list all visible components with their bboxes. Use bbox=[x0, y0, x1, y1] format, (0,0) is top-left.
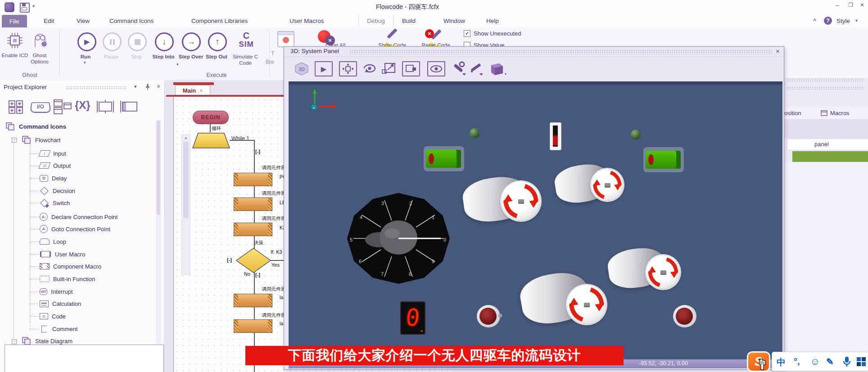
menu-file[interactable]: File bbox=[2, 15, 27, 27]
category-expression-icon[interactable]: {X} bbox=[75, 99, 90, 112]
category-grid-icon[interactable] bbox=[8, 100, 26, 114]
restore-button[interactable]: ❐ bbox=[848, 2, 853, 8]
menu-window[interactable]: Window bbox=[443, 18, 465, 24]
ime-voice-button[interactable] bbox=[842, 356, 852, 368]
tree-item-comment[interactable]: Comment bbox=[40, 324, 77, 334]
state-diagram-expander[interactable]: − bbox=[12, 339, 17, 344]
minimize-button[interactable]: – bbox=[836, 1, 839, 9]
panel-3d-viewport[interactable]: x bbox=[289, 81, 782, 359]
show-unexecuted-box[interactable]: ✓ bbox=[464, 30, 470, 37]
run-caret-icon[interactable]: ▾ bbox=[84, 60, 86, 65]
collapse-ribbon-icon[interactable]: ^ bbox=[813, 18, 816, 24]
collapse-marker[interactable]: [-] bbox=[255, 272, 260, 278]
pause-button[interactable] bbox=[103, 32, 122, 51]
flow-component-macro-1[interactable] bbox=[234, 173, 272, 186]
collapse-marker[interactable]: [-] bbox=[227, 257, 232, 263]
show-unexecuted-checkbox[interactable]: ✓ Show Unexecuted bbox=[464, 30, 521, 37]
tree-item-loop[interactable]: Loop bbox=[40, 237, 66, 247]
paint-tool-button[interactable] bbox=[468, 61, 484, 76]
menu-user-macros[interactable]: User Macros bbox=[289, 18, 324, 24]
tree-item-user-macro[interactable]: User Macro bbox=[40, 249, 85, 259]
step-out-button[interactable]: ↑ bbox=[208, 32, 227, 51]
tree-item-component-macro[interactable]: Component Macro bbox=[40, 261, 101, 271]
help-icon[interactable]: ? bbox=[824, 17, 832, 25]
canvas-scrollbar[interactable]: ▲ bbox=[181, 134, 190, 275]
tree-root-command-icons[interactable]: Command Icons bbox=[5, 121, 66, 131]
ime-toolbox-button[interactable] bbox=[856, 356, 867, 367]
flow-component-macro-4[interactable] bbox=[234, 294, 272, 307]
run-button[interactable]: ▶ bbox=[77, 32, 96, 51]
right-row-position[interactable]: osition Macros bbox=[783, 108, 868, 120]
tree-item-goto-connection-point[interactable]: A Goto Connection Point bbox=[40, 224, 110, 234]
panel-drag-handle[interactable] bbox=[66, 86, 126, 90]
enable-icd-icon[interactable] bbox=[5, 31, 24, 50]
right-row-panel[interactable]: panel bbox=[787, 139, 868, 150]
scroll-up-icon[interactable]: ▲ bbox=[182, 136, 190, 140]
menu-command-icons[interactable]: Command Icons bbox=[109, 18, 154, 24]
tree-item-delay[interactable]: D Delay bbox=[40, 173, 67, 183]
flow-begin[interactable]: BEGIN bbox=[193, 111, 229, 124]
collapse-marker[interactable]: [-] bbox=[255, 149, 260, 154]
ghost-options-icon[interactable] bbox=[31, 31, 50, 50]
visibility-eye-button[interactable] bbox=[427, 61, 445, 76]
flow-component-macro-5[interactable] bbox=[234, 319, 272, 333]
flow-component-macro-3[interactable] bbox=[234, 223, 272, 236]
category-usermacro-icon[interactable] bbox=[95, 100, 115, 113]
tree-item-code[interactable]: C Code bbox=[40, 311, 66, 321]
rotary-dial[interactable]: 0 1 2 3 4 5 6 7 8 9 bbox=[346, 192, 451, 285]
flow-loop-start[interactable] bbox=[192, 132, 231, 149]
step-into-caret-icon[interactable]: ▾ bbox=[176, 62, 179, 67]
run-simulation-button[interactable]: ▶ bbox=[315, 61, 333, 76]
step-into-button[interactable]: ↓ bbox=[155, 32, 174, 51]
tab-close-icon[interactable]: × bbox=[199, 88, 203, 94]
menu-build[interactable]: Build bbox=[402, 18, 416, 24]
ime-chinese-mode-button[interactable]: 中 bbox=[777, 356, 786, 368]
region-select-button[interactable] bbox=[402, 61, 420, 76]
rotate-tool-button[interactable] bbox=[362, 62, 378, 75]
resize-tool-button[interactable] bbox=[381, 62, 397, 75]
panel-3d-drag-handle[interactable] bbox=[349, 49, 772, 54]
style-dropdown[interactable]: Style bbox=[836, 18, 850, 24]
flow-decision[interactable] bbox=[235, 247, 271, 273]
slide-switch[interactable] bbox=[550, 122, 561, 150]
tree-item-decision[interactable]: Decision bbox=[40, 186, 75, 196]
wrench-tool-button[interactable] bbox=[450, 61, 466, 76]
tree-item-declare-connection-point[interactable]: A: Declare Connection Point bbox=[40, 212, 118, 222]
style-caret-icon[interactable]: ▾ bbox=[855, 18, 858, 23]
menu-help[interactable]: Help bbox=[486, 18, 499, 24]
pan-tool-button[interactable] bbox=[339, 61, 357, 76]
menu-edit[interactable]: Edit bbox=[44, 18, 54, 24]
solid-view-button[interactable] bbox=[488, 60, 506, 77]
tree-item-calculation[interactable]: Calculation bbox=[40, 299, 81, 309]
pin-icon[interactable] bbox=[145, 84, 150, 90]
tree-item-output[interactable]: O Output bbox=[40, 161, 71, 170]
flowchart-expander[interactable]: − bbox=[12, 138, 17, 143]
tab-main[interactable]: Main × bbox=[175, 85, 210, 96]
step-over-button[interactable]: → bbox=[182, 32, 201, 51]
toggle-breakpoint-icon[interactable] bbox=[277, 31, 294, 47]
ime-emoji-button[interactable]: ☺ bbox=[810, 356, 820, 368]
panel-menu-caret-icon[interactable]: ▾ bbox=[134, 84, 137, 90]
category-io-icon[interactable]: I/O bbox=[30, 102, 52, 113]
category-compmacro-icon[interactable] bbox=[119, 100, 139, 113]
right-panel-drag-handle[interactable] bbox=[787, 86, 864, 90]
ime-punctuation-button[interactable]: °, bbox=[794, 356, 800, 367]
category-windows-icon[interactable] bbox=[53, 99, 72, 115]
tree-item-interrupt[interactable]: INT Interrupt bbox=[40, 287, 73, 296]
simulate-c-code-icon[interactable]: C SIM bbox=[234, 31, 258, 51]
stop-button[interactable] bbox=[128, 32, 147, 51]
pe-scrollbar[interactable] bbox=[156, 120, 161, 345]
panel-3d-titlebar[interactable]: 3D: System Panel × bbox=[284, 47, 783, 57]
tree-item-input[interactable]: I Input bbox=[40, 148, 66, 158]
ime-handwriting-button[interactable]: ✎ bbox=[826, 356, 834, 367]
menu-component-libraries[interactable]: Component Libraries bbox=[191, 18, 248, 24]
tree-group-flowchart[interactable]: Flowchart bbox=[22, 135, 60, 145]
panel-3d-close-icon[interactable]: × bbox=[776, 47, 780, 55]
panel-close-icon[interactable]: × bbox=[157, 83, 160, 90]
right-row-selected[interactable] bbox=[792, 151, 868, 162]
flow-component-macro-2[interactable] bbox=[234, 197, 272, 211]
tree-item-built-in-function[interactable]: Built-in Function bbox=[40, 274, 95, 284]
close-button[interactable]: ✕ bbox=[860, 2, 864, 8]
right-panel-drag-handle[interactable] bbox=[787, 78, 864, 82]
menu-view[interactable]: View bbox=[77, 18, 90, 24]
